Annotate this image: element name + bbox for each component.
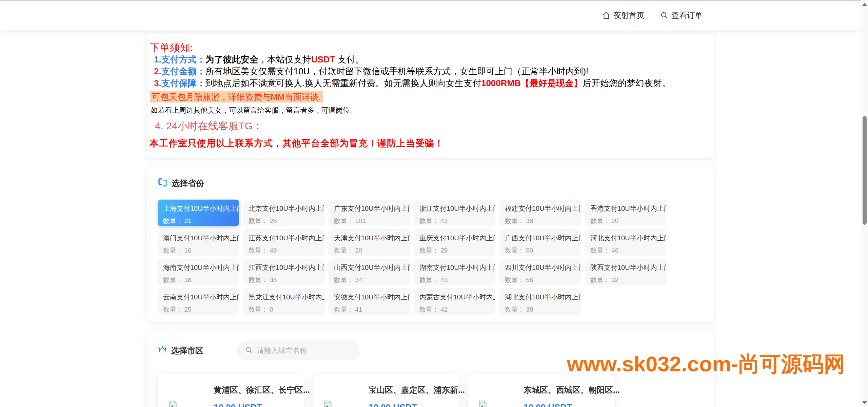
notice-item-3-label: 支付保障：: [161, 78, 205, 88]
broken-image-icon: [478, 400, 487, 407]
district-title: 宝山区、嘉定区、浦东新...: [369, 385, 451, 395]
notice-item-3-num: 3.: [154, 78, 161, 88]
nav-home-label: 夜射首页: [613, 10, 645, 21]
province-count: 数量： 38: [505, 305, 575, 314]
scrollbar-thumb[interactable]: [863, 116, 867, 225]
province-title: 内蒙古支付10U半小时内上门: [419, 293, 490, 302]
crown-icon: [158, 345, 167, 356]
notice-item-2: 2.支付金额：所有地区美女仅需支付10U，付款时留下微信或手机等联系方式，女生即…: [150, 66, 704, 77]
province-title: 重庆支付10U半小时内上门: [419, 234, 490, 243]
province-card[interactable]: 山西支付10U半小时内上门 数量： 34: [329, 259, 410, 285]
province-count: 数量： 32: [590, 276, 661, 284]
scrollbar[interactable]: [861, 0, 868, 407]
notice-item-2-num: 2.: [154, 66, 161, 76]
province-count: 数量： 43: [419, 276, 490, 284]
province-card[interactable]: 湖南支付10U半小时内上门 数量： 43: [414, 259, 495, 285]
province-card[interactable]: 湖北支付10U半小时内上门 数量： 38: [499, 288, 581, 315]
grid-icon: [158, 177, 168, 189]
province-card[interactable]: 海南支付10U半小时内上门 数量： 38: [158, 259, 239, 285]
province-title: 福建支付10U半小时内上门: [505, 204, 575, 213]
province-title: 北京支付10U半小时内上门: [249, 204, 319, 213]
province-count: 数量： 56: [505, 276, 575, 284]
notice-item-1-num: 1.: [154, 54, 161, 64]
province-count: 数量： 38: [163, 276, 234, 284]
province-title: 天津支付10U半小时内上门: [334, 234, 405, 243]
province-title: 陕西支付10U半小时内上门: [590, 263, 661, 272]
province-title: 湖北支付10U半小时内上门: [505, 293, 575, 302]
province-card[interactable]: 广西支付10U半小时内上门 数量： 50: [499, 229, 581, 256]
page: 夜射首页 查看订单 下单须知: 1.支付方式：为了彼此安全，本站仅支持USDT …: [0, 0, 868, 407]
search-icon: [245, 346, 253, 355]
province-count: 数量： 36: [249, 276, 319, 284]
province-title: 海南支付10U半小时内上门: [163, 263, 234, 272]
navbar: 夜射首页 查看订单: [0, 1, 861, 30]
province-title: 上海支付10U半小时内上门: [163, 204, 234, 213]
province-card[interactable]: 内蒙古支付10U半小时内上门 数量： 42: [414, 288, 495, 315]
province-card[interactable]: 四川支付10U半小时内上门 数量： 56: [499, 259, 581, 285]
province-count: 数量： 41: [334, 305, 405, 314]
province-count: 数量： 28: [249, 217, 319, 225]
province-count: 数量： 0: [249, 305, 319, 314]
notice-item-4: 4. 24小时在线客服TG：: [150, 119, 704, 133]
watermark: www.sk032.com-尚可源码网: [567, 350, 845, 379]
district-title: 黄浦区、徐汇区、长宁区...: [214, 385, 296, 395]
province-card[interactable]: 江苏支付10U半小时内上门 数量： 49: [243, 229, 324, 256]
scrollbar-up-button[interactable]: [862, 3, 867, 6]
province-section-title: 选择省份: [172, 178, 204, 189]
province-section-header: 选择省份: [158, 177, 703, 189]
district-card[interactable]: 黄浦区、徐汇区、长宁区... 10.00 USDT 库存 100: [158, 374, 304, 407]
province-card[interactable]: 安徽支付10U半小时内上门 数量： 41: [329, 288, 410, 315]
province-title: 江西支付10U半小时内上门: [249, 263, 319, 272]
province-card[interactable]: 黑龙江支付10U半小时内上门 数量： 0: [243, 288, 324, 315]
province-count: 数量： 25: [163, 305, 234, 314]
province-title: 湖南支付10U半小时内上门: [419, 263, 490, 272]
province-card[interactable]: 广东支付10U半小时内上门 数量： 101: [329, 200, 410, 226]
nav-item-orders[interactable]: 查看订单: [660, 10, 703, 21]
city-search: [237, 341, 359, 360]
province-card[interactable]: 浙江支付10U半小时内上门 数量： 43: [414, 200, 495, 226]
province-card[interactable]: 江西支付10U半小时内上门 数量： 36: [243, 259, 324, 285]
district-price: 10.00 USDT: [214, 402, 296, 407]
province-card[interactable]: 重庆支付10U半小时内上门 数量： 29: [414, 229, 495, 256]
province-grid: 上海支付10U半小时内上门 数量： 21 北京支付10U半小时内上门 数量： 2…: [158, 200, 703, 315]
province-card[interactable]: 福建支付10U半小时内上门 数量： 38: [499, 200, 581, 226]
scrollbar-down-button[interactable]: [862, 401, 867, 404]
province-card[interactable]: 澳门支付10U半小时内上门 数量： 16: [158, 229, 239, 256]
province-count: 数量： 46: [590, 246, 661, 255]
province-card[interactable]: 北京支付10U半小时内上门 数量： 28: [243, 200, 324, 226]
province-card[interactable]: 天津支付10U半小时内上门 数量： 20: [329, 229, 410, 256]
province-title: 江苏支付10U半小时内上门: [249, 234, 319, 243]
notice-item-1: 1.支付方式：为了彼此安全，本站仅支持USDT 支付。: [150, 54, 704, 66]
province-title: 广西支付10U半小时内上门: [505, 234, 575, 243]
search-input[interactable]: [256, 346, 352, 355]
province-count: 数量： 20: [334, 246, 405, 255]
home-icon: [602, 11, 610, 19]
province-title: 安徽支付10U半小时内上门: [334, 293, 405, 302]
broken-image-icon: [323, 400, 332, 407]
notice-note: 如若看上周边其他美女，可以留言给客服，留言者多，可调岗位。: [150, 106, 704, 115]
province-count: 数量： 38: [505, 217, 575, 225]
province-count: 数量： 101: [334, 217, 405, 225]
province-count: 数量： 49: [249, 246, 319, 255]
nav-item-home[interactable]: 夜射首页: [602, 10, 645, 21]
province-count: 数量： 34: [334, 276, 405, 284]
province-card[interactable]: 香港支付10U半小时内上门 数量： 20: [585, 200, 666, 226]
nav-orders-label: 查看订单: [671, 10, 703, 21]
province-count: 数量： 50: [505, 246, 575, 255]
province-card[interactable]: 河北支付10U半小时内上门 数量： 46: [585, 229, 666, 256]
province-card[interactable]: 云南支付10U半小时内上门 数量： 25: [158, 288, 239, 315]
promo-highlight: 可包天包月陪旅游，详细资费与MM当面详谈.: [150, 91, 323, 103]
broken-image-icon: [169, 400, 177, 407]
province-title: 澳门支付10U半小时内上门: [163, 234, 234, 243]
district-card[interactable]: 宝山区、嘉定区、浦东新... 10.00 USDT 库存 100: [313, 374, 459, 407]
notice-card: 下单须知: 1.支付方式：为了彼此安全，本站仅支持USDT 支付。 2.支付金额…: [147, 33, 714, 158]
province-title: 浙江支付10U半小时内上门: [419, 204, 490, 213]
notice-warning: 本工作室只使用以上联系方式，其他平台全部为冒充！谨防上当受骗！: [150, 137, 704, 149]
district-price: 10.00 USDT: [524, 402, 606, 407]
district-section-title: 选择市区: [171, 345, 203, 356]
district-title: 东城区、西城区、朝阳区...: [524, 385, 606, 395]
province-card[interactable]: 陕西支付10U半小时内上门 数量： 32: [585, 259, 666, 285]
province-card[interactable]: 上海支付10U半小时内上门 数量： 21: [158, 200, 239, 226]
notice-item-1-label: 支付方式：: [161, 54, 205, 64]
province-title: 四川支付10U半小时内上门: [505, 263, 575, 272]
